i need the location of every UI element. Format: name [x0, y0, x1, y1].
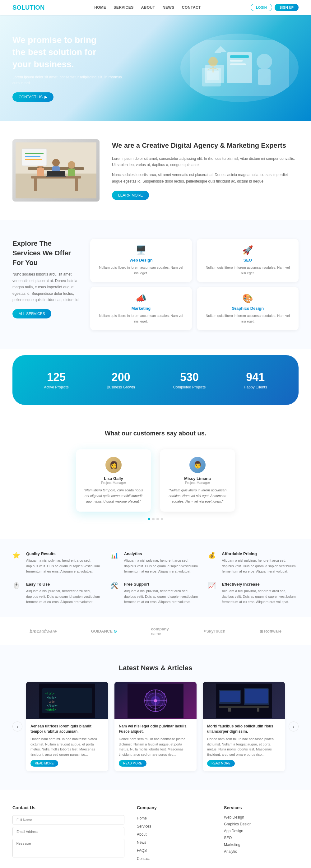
footer-email-input[interactable]: [12, 827, 124, 836]
partner-0: bmcsoftware: [30, 628, 57, 634]
service-title-webdesign: Web Design: [96, 258, 186, 262]
pricing-icon: 💰: [208, 551, 218, 561]
news-title-1: Nam vel nisl eget odio pulvinar iaculis.…: [119, 724, 192, 734]
footer-company-heading: Company: [137, 805, 212, 810]
about-para1: Lorem ipsum dolor sit amet, consectetur …: [112, 155, 299, 168]
stats-section: 125 Active Projects 200 Business Growth …: [12, 355, 299, 405]
carousel-prev-button[interactable]: ‹: [12, 721, 22, 732]
svg-rect-29: [34, 179, 37, 191]
svg-point-22: [68, 161, 75, 168]
stat-num-3: 941: [244, 371, 267, 384]
service-title-graphics: Graphics Design: [203, 306, 292, 311]
testimonial-name-1: Missy Limana: [167, 476, 227, 481]
services-description: Nunc sodales lobortis arcu, sit amet ven…: [12, 271, 81, 303]
nav-services[interactable]: SERVICES: [114, 5, 133, 10]
svg-rect-31: [46, 171, 65, 176]
logo-highlight: SOLU: [12, 4, 30, 11]
read-more-button-0[interactable]: READ MORE: [30, 760, 58, 767]
news-img-1: [115, 682, 196, 719]
read-more-button-2[interactable]: READ MORE: [207, 760, 235, 767]
hero-description: Lorem ipsum dolor sit amet, consectetur …: [12, 74, 131, 86]
features-grid: ⭐ Quality Results Aliquam a nisl pulvina…: [12, 551, 299, 605]
feature-quality: ⭐ Quality Results Aliquam a nisl pulvina…: [12, 551, 103, 575]
footer-link-about[interactable]: About: [137, 832, 147, 837]
login-button[interactable]: LOGIN: [251, 4, 272, 11]
footer-link-contact[interactable]: Contact: [137, 857, 150, 861]
stat-num-1: 200: [107, 371, 135, 384]
footer-svc-seo: SEO: [224, 836, 299, 840]
testimonial-card-0: 👩 Lisa Gally Project Manager "Nam libero…: [76, 450, 151, 512]
carousel-next-button[interactable]: ›: [289, 721, 299, 732]
feature-title-increase: Effectively Increase: [222, 582, 299, 587]
svg-rect-7: [258, 69, 271, 85]
svg-rect-4: [230, 60, 243, 62]
footer-services-col: Services Web Design Graphics Design App …: [224, 805, 299, 864]
hero-svg: [196, 43, 283, 93]
news-body-0: Aenean ultrices lorem quis blandit tempo…: [26, 719, 108, 771]
stat-label-1: Business Growth: [107, 385, 135, 390]
news-cards: <html> <body> code </body> </html> Aenea…: [26, 682, 285, 771]
navbar: SOLUTION HOME SERVICES ABOUT NEWS CONTAC…: [0, 0, 311, 15]
dot-1[interactable]: [152, 518, 155, 520]
signup-button[interactable]: SIGN UP: [275, 4, 299, 11]
hero-headline: We promise to bringthe best solution for…: [12, 34, 131, 71]
read-more-button-1[interactable]: READ MORE: [119, 760, 147, 767]
stat-completed-projects: 530 Completed Projects: [173, 371, 206, 390]
footer-link-home[interactable]: Home: [137, 816, 147, 820]
nav-contact[interactable]: CONTACT: [182, 5, 201, 10]
svg-point-11: [208, 57, 218, 66]
support-icon: 🛠️: [111, 582, 120, 592]
svg-rect-24: [22, 149, 46, 166]
footer-link-services[interactable]: Services: [137, 824, 151, 829]
footer-link-faqs[interactable]: FAQS: [137, 848, 147, 853]
news-card-2: Morbi faucibus odio sollicitudin risus u…: [203, 682, 285, 771]
stat-label-0: Active Projects: [44, 385, 68, 390]
news-img-0: <html> <body> code </body> </html>: [26, 682, 108, 719]
news-title-0: Aenean ultrices lorem quis blandit tempo…: [30, 724, 104, 734]
feature-title-easy: Easy To Use: [26, 582, 103, 587]
feature-content-support: Free Support Aliquam a nisl pulvinar, he…: [124, 582, 201, 605]
testimonials-section: What our customers say about us. 👩 Lisa …: [0, 411, 311, 539]
feature-content-increase: Effectively Increase Aliquam a nisl pulv…: [222, 582, 299, 605]
stat-happy-clients: 941 Happy Clients: [244, 371, 267, 390]
all-services-button[interactable]: ALL SERVICES: [12, 309, 51, 318]
footer-link-news[interactable]: News: [137, 840, 146, 845]
nav-about[interactable]: ABOUT: [141, 5, 155, 10]
quality-icon: ⭐: [12, 551, 22, 561]
services-section: Explore The Services We Offer For You Nu…: [0, 220, 311, 349]
news-section: Latest News & Articles ‹ <html> <body> c…: [0, 645, 311, 790]
learn-more-button[interactable]: LEARN MORE: [112, 191, 149, 200]
dot-0[interactable]: [148, 518, 150, 520]
service-title-marketing: Marketing: [96, 306, 186, 311]
footer-fullname-input[interactable]: [12, 815, 124, 825]
feature-support: 🛠️ Free Support Aliquam a nisl pulvinar,…: [111, 582, 201, 605]
nav-news[interactable]: NEWS: [163, 5, 175, 10]
news-img-2: [203, 682, 285, 719]
footer-message-input[interactable]: [12, 839, 124, 858]
about-content: We are a Creative Digital Agency & Marke…: [112, 141, 299, 200]
partner-2: companyname: [151, 627, 169, 636]
contact-us-button[interactable]: CONTACT US ▶: [12, 92, 54, 102]
news-svg-0: <html> <body> code </body> </html>: [39, 684, 95, 718]
news-carousel: ‹ <html> <body> code </body> </html>: [12, 682, 299, 771]
increase-icon: 📈: [208, 582, 218, 592]
testimonial-name-0: Lisa Gally: [84, 476, 144, 481]
testimonials-heading: What our customers say about us.: [12, 430, 299, 437]
service-card-webdesign: 🖥️ Web Design Nullam quis libero in lore…: [90, 239, 192, 282]
footer-top: Contact Us Company Home Services About N…: [12, 805, 299, 864]
hero-illustration: [190, 40, 289, 96]
feature-content-analytics: Analytics Aliquam a nisl pulvinar, hendr…: [124, 551, 201, 575]
nav-home[interactable]: HOME: [94, 5, 106, 10]
analytics-icon: 📊: [111, 551, 120, 561]
testimonial-cards: 👩 Lisa Gally Project Manager "Nam libero…: [12, 450, 299, 512]
feature-text-increase: Aliquam a nisl pulvinar, hendrerit arcu …: [222, 588, 299, 605]
dot-3[interactable]: [161, 518, 163, 520]
site-logo: SOLUTION: [12, 4, 44, 11]
dot-2[interactable]: [156, 518, 159, 520]
services-grid: 🖥️ Web Design Nullam quis libero in lore…: [90, 239, 299, 330]
testimonial-text-0: "Nam libero tempore, cum soluta nobis es…: [84, 488, 144, 504]
svg-rect-19: [37, 168, 44, 177]
stat-num-0: 125: [44, 371, 68, 384]
partner-4: ◉ Roftware: [260, 629, 281, 633]
service-text-marketing: Nullam quis libero in lorem accumsan sod…: [96, 313, 186, 324]
